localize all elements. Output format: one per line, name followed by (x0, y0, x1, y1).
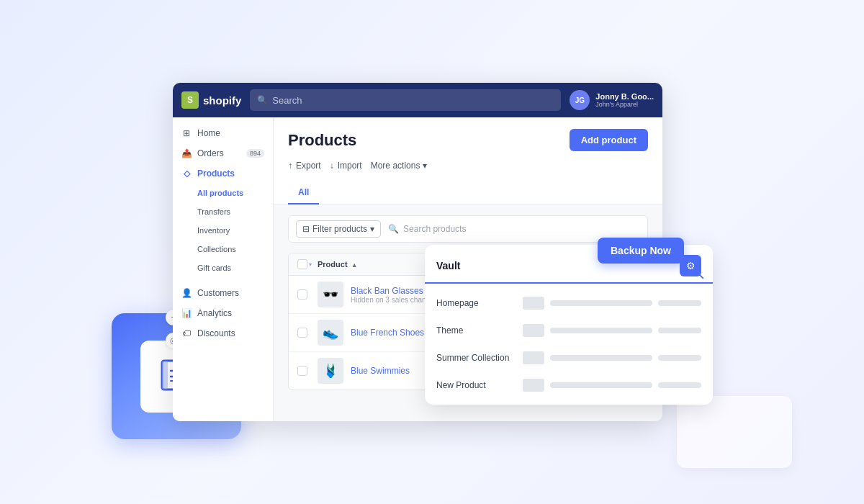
row2-checkbox-el[interactable] (297, 328, 307, 338)
discounts-icon: 🏷 (181, 328, 192, 338)
sidebar-products-label: Products (197, 168, 235, 179)
search-placeholder-text: Search (272, 95, 302, 106)
sidebar-item-customers[interactable]: 👤 Customers (173, 283, 273, 303)
sidebar-item-orders[interactable]: 📤 Orders 894 (173, 143, 273, 163)
sidebar-subitem-collections[interactable]: Collections (173, 240, 273, 258)
sidebar: ⊞ Home 📤 Orders 894 ◇ Products All produ… (173, 117, 274, 421)
skel-box (523, 379, 544, 392)
page-title-row: Products Add product (288, 129, 648, 151)
sidebar-subitem-all-products[interactable]: All products (173, 184, 273, 202)
product-search-placeholder: Search products (403, 224, 466, 234)
export-icon: ↑ (288, 161, 292, 171)
avatar: JG (570, 90, 590, 110)
vault-row-new-product-label: New Product (436, 380, 516, 390)
import-label: Import (338, 161, 362, 171)
vault-card: Backup Now ↖ Vault ⚙ Homepage Theme (425, 245, 713, 405)
sidebar-discounts-label: Discounts (197, 328, 235, 338)
user-badge: JG Jonny B. Goo... John's Apparel (570, 90, 654, 110)
more-actions-button[interactable]: More actions ▾ (371, 161, 428, 171)
analytics-icon: 📊 (181, 308, 192, 318)
orders-icon: 📤 (181, 148, 192, 158)
filter-chevron-icon: ▾ (370, 224, 374, 234)
product-search-bar[interactable]: 🔍 Search products (388, 224, 640, 234)
add-product-button[interactable]: Add product (570, 129, 648, 151)
row3-checkbox[interactable] (297, 366, 318, 376)
skel-line (550, 328, 652, 333)
vault-row-homepage-skeleton (523, 297, 701, 310)
row1-checkbox[interactable] (297, 289, 318, 300)
row3-checkbox-el[interactable] (297, 366, 307, 376)
skel-box (523, 351, 544, 364)
sidebar-all-products-label: All products (197, 189, 243, 197)
action-bar: ↑ Export ↓ Import More actions ▾ (288, 158, 648, 173)
decorative-card-bottom-right (677, 396, 792, 468)
search-icon: 🔍 (257, 95, 268, 105)
sidebar-item-home[interactable]: ⊞ Home (173, 123, 273, 143)
filter-icon: ⊟ (302, 224, 310, 234)
header-product-label: Product (318, 260, 348, 269)
home-icon: ⊞ (181, 128, 192, 138)
svg-rect-1 (162, 361, 168, 390)
skel-line-short (658, 382, 701, 388)
skel-line (550, 355, 652, 361)
vault-row-summer-collection: Summer Collection (425, 344, 713, 372)
shopify-logo: S shopify (181, 91, 241, 109)
user-info: Jonny B. Goo... John's Apparel (595, 92, 654, 108)
sidebar-subitem-transfers[interactable]: Transfers (173, 202, 273, 221)
filter-products-label: Filter products (312, 224, 367, 234)
sidebar-orders-label: Orders (197, 148, 224, 158)
sidebar-item-analytics[interactable]: 📊 Analytics (173, 303, 273, 323)
brand-name: shopify (203, 94, 241, 107)
sidebar-item-discounts[interactable]: 🏷 Discounts (173, 323, 273, 343)
product-sort-icon: ▲ (351, 261, 358, 269)
tab-all[interactable]: All (288, 181, 319, 204)
search-input-icon: 🔍 (388, 224, 399, 234)
skel-line-short (658, 355, 701, 361)
search-bar[interactable]: 🔍 Search (250, 89, 561, 111)
vault-row-homepage-label: Homepage (436, 298, 516, 308)
vault-title: Vault (436, 260, 460, 271)
row2-checkbox[interactable] (297, 328, 318, 338)
skel-box (523, 297, 544, 310)
header-checkbox[interactable] (297, 259, 307, 269)
customers-icon: 👤 (181, 288, 192, 298)
filter-row: ⊟ Filter products ▾ 🔍 Search products (288, 215, 648, 243)
vault-row-new-product-skeleton (523, 379, 701, 392)
row1-checkbox-el[interactable] (297, 289, 307, 300)
skel-line-short (658, 328, 701, 333)
header-checkbox-dropdown[interactable]: ▾ (297, 259, 312, 269)
skel-line (550, 382, 652, 388)
sidebar-analytics-label: Analytics (197, 308, 232, 318)
tabs-row: All (288, 181, 648, 204)
products-icon: ◇ (181, 168, 192, 179)
import-icon: ↓ (330, 161, 334, 171)
more-actions-chevron-icon: ▾ (423, 161, 427, 171)
sidebar-inventory-label: Inventory (197, 226, 230, 235)
sidebar-customers-label: Customers (197, 288, 239, 298)
vault-row-new-product: New Product (425, 372, 713, 399)
backup-now-button[interactable]: Backup Now (598, 238, 684, 264)
sidebar-gift-cards-label: Gift cards (197, 264, 231, 272)
row1-product-image: 🕶️ (318, 282, 343, 307)
orders-badge: 894 (246, 149, 264, 158)
skel-box (523, 324, 544, 337)
header-checkbox-arrow: ▾ (309, 261, 312, 268)
more-actions-label: More actions (371, 161, 420, 171)
filter-products-button[interactable]: ⊟ Filter products ▾ (296, 220, 381, 238)
vault-row-homepage: Homepage (425, 289, 713, 317)
header-checkbox-col: ▾ (297, 259, 318, 269)
skel-line-short (658, 300, 701, 306)
vault-row-summer-collection-label: Summer Collection (436, 353, 516, 363)
sidebar-transfers-label: Transfers (197, 207, 230, 216)
import-button[interactable]: ↓ Import (330, 158, 362, 173)
vault-row-theme-label: Theme (436, 325, 516, 336)
skel-line (550, 300, 652, 306)
sidebar-item-products[interactable]: ◇ Products (173, 163, 273, 184)
export-label: Export (296, 161, 321, 171)
user-store: John's Apparel (595, 101, 654, 108)
sidebar-subitem-inventory[interactable]: Inventory (173, 221, 273, 240)
sidebar-subitem-gift-cards[interactable]: Gift cards (173, 258, 273, 277)
sidebar-home-label: Home (197, 128, 220, 138)
export-button[interactable]: ↑ Export (288, 158, 321, 173)
row2-product-image: 👟 (318, 320, 343, 346)
